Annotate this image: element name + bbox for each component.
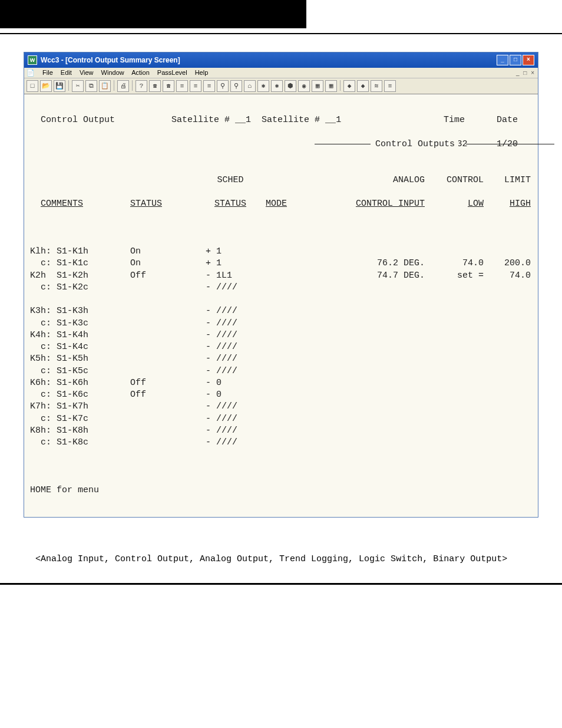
cell-control: [425, 318, 484, 330]
col-status: STATUS: [130, 198, 195, 210]
print-icon[interactable]: 🖨: [117, 80, 129, 92]
col-limit-1: LIMIT: [484, 174, 531, 186]
cell-mode: [266, 270, 325, 282]
table-row: Klh: S1-K1hOn + 1: [30, 246, 532, 258]
cell-control: [425, 437, 484, 449]
tool-icon-15[interactable]: ◆: [343, 80, 355, 92]
below-window-text: <Analog Input, Control Output, Analog Ou…: [35, 553, 538, 565]
menu-help[interactable]: Help: [195, 69, 209, 76]
cell-sched: - ////: [195, 282, 266, 294]
tool-icon-7[interactable]: ⚲: [230, 80, 242, 92]
menu-view[interactable]: View: [80, 69, 94, 76]
cell-comment: c: S1-K6c: [30, 389, 130, 401]
cell-status: [130, 353, 195, 365]
sat-val-1: 1: [246, 115, 251, 125]
cell-status: On: [130, 258, 195, 269]
cell-analog: [325, 425, 425, 437]
tool-icon-8[interactable]: ⌂: [244, 80, 256, 92]
cell-control: [425, 305, 484, 317]
tool-icon-6[interactable]: ⚲: [217, 80, 229, 92]
cell-sched: + 1: [195, 258, 266, 269]
cell-sched: - ////: [195, 353, 266, 365]
cell-limit: [484, 341, 531, 353]
cell-status: [130, 413, 195, 425]
cell-comment: K5h: S1-K5h: [30, 353, 130, 365]
cell-mode: [266, 389, 325, 401]
cell-mode: [266, 353, 325, 365]
tool-icon-11[interactable]: ⬢: [285, 80, 296, 92]
menu-window[interactable]: Window: [101, 69, 124, 76]
minimize-button[interactable]: _: [497, 55, 508, 65]
cell-status: [130, 341, 195, 353]
cell-limit: [484, 377, 531, 389]
cell-comment: c: S1-K2c: [30, 282, 130, 294]
cell-mode: [266, 341, 325, 353]
cell-sched: - ////: [195, 365, 266, 377]
cell-analog: [325, 305, 425, 317]
cell-control: [425, 330, 484, 341]
copy-icon[interactable]: ⧉: [85, 80, 97, 92]
tool-icon-13[interactable]: ▦: [312, 80, 323, 92]
close-button[interactable]: ×: [523, 55, 534, 65]
tool-icon-2[interactable]: ☎: [163, 80, 174, 92]
cell-limit: [484, 318, 531, 330]
tool-icon-14[interactable]: ▦: [325, 80, 337, 92]
footer-text: HOME for menu: [30, 485, 99, 495]
cell-control: [425, 246, 484, 258]
tool-icon-10[interactable]: ✱: [271, 80, 283, 92]
tool-icon-1[interactable]: ☎: [149, 80, 161, 92]
top-rule: [0, 33, 562, 34]
tool-icon-18[interactable]: ≡: [384, 80, 396, 92]
cell-comment: c: S1-K8c: [30, 437, 130, 449]
cell-limit: [484, 425, 531, 437]
cell-limit: [484, 294, 531, 305]
cell-mode: [266, 437, 325, 449]
cell-analog: [325, 377, 425, 389]
table-row: K2h S1-K2hOff - 1L174.7 DEG.set =74.0: [30, 270, 532, 282]
cell-mode: [266, 258, 325, 269]
cell-sched: - 1L1: [195, 270, 266, 282]
cell-analog: [325, 353, 425, 365]
table-row: c: S1-K2c - ////: [30, 282, 532, 294]
cell-mode: [266, 365, 325, 377]
tool-icon-5[interactable]: ≡: [203, 80, 215, 92]
cell-analog: [325, 318, 425, 330]
mdi-controls[interactable]: _ □ ×: [516, 70, 535, 76]
cell-mode: [266, 246, 325, 258]
cell-control: [425, 341, 484, 353]
help-icon[interactable]: ?: [135, 80, 147, 92]
menu-passlevel[interactable]: PassLevel: [157, 69, 187, 76]
tool-icon-16[interactable]: ◆: [357, 80, 369, 92]
cell-sched: - ////: [195, 401, 266, 413]
cell-mode: [266, 401, 325, 413]
cell-sched: - 0: [195, 389, 266, 401]
menu-action[interactable]: Action: [131, 69, 150, 76]
cell-limit: [484, 246, 531, 258]
cell-sched: - ////: [195, 341, 266, 353]
tool-icon-3[interactable]: ≡: [176, 80, 188, 92]
toolbar-sep-3: [132, 80, 133, 91]
tool-icon-4[interactable]: ≡: [190, 80, 201, 92]
tool-icon-17[interactable]: ≋: [371, 80, 382, 92]
open-icon[interactable]: 📂: [40, 80, 52, 92]
paste-icon[interactable]: 📋: [99, 80, 111, 92]
maximize-button[interactable]: □: [510, 55, 521, 65]
cell-mode: [266, 330, 325, 341]
cell-control: [425, 413, 484, 425]
tool-icon-9[interactable]: ✱: [257, 80, 269, 92]
cell-control: [425, 294, 484, 305]
tool-icon-12[interactable]: ◉: [298, 80, 310, 92]
cell-mode: [266, 425, 325, 437]
menu-file[interactable]: File: [42, 69, 53, 76]
cell-status: [130, 365, 195, 377]
menu-edit[interactable]: Edit: [61, 69, 72, 76]
cell-comment: c: S1-K4c: [30, 341, 130, 353]
cell-comment: c: S1-K3c: [30, 318, 130, 330]
cell-control: [425, 401, 484, 413]
table-row: K3h: S1-K3h - ////: [30, 305, 532, 317]
table-row: c: S1-K4c - ////: [30, 341, 532, 353]
cut-icon[interactable]: ✂: [72, 80, 84, 92]
page-black-header: [0, 0, 306, 28]
new-icon[interactable]: □: [27, 80, 38, 92]
save-icon[interactable]: 💾: [54, 80, 65, 92]
